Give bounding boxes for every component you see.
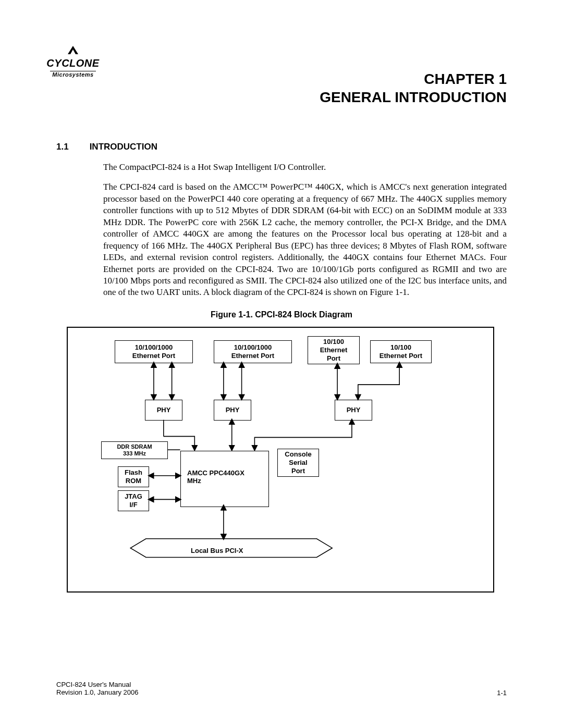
paragraph-2: The CPCI-824 card is based on the AMCC™ … bbox=[103, 181, 507, 298]
chapter-line2: GENERAL INTRODUCTION bbox=[56, 88, 507, 106]
logo-mark-icon bbox=[67, 45, 79, 55]
label-local-bus: Local Bus PCI-X bbox=[191, 547, 243, 555]
box-cpu: AMCC PPC440GX MHz bbox=[180, 451, 269, 507]
logo-name: CYCLONE bbox=[42, 57, 104, 69]
logo-subtitle: Microsystems bbox=[50, 71, 95, 78]
box-ethernet-100-a: 10/100 Ethernet Port bbox=[308, 336, 360, 364]
footer-manual: CPCI-824 User's Manual bbox=[56, 681, 139, 689]
body-text: The CompactPCI-824 is a Hot Swap Intelli… bbox=[103, 162, 507, 299]
page-footer: CPCI-824 User's Manual Revision 1.0, Jan… bbox=[56, 681, 507, 697]
figure-caption: Figure 1-1. CPCI-824 Block Diagram bbox=[56, 310, 507, 319]
box-phy-3: PHY bbox=[335, 400, 372, 421]
box-jtag: JTAG I/F bbox=[118, 490, 149, 511]
box-console-serial: Console Serial Port bbox=[277, 449, 319, 477]
box-ethernet-gigabit-1: 10/100/1000 Ethernet Port bbox=[115, 340, 193, 363]
chapter-title: CHAPTER 1 GENERAL INTRODUCTION bbox=[56, 70, 507, 106]
section-number: 1.1 bbox=[56, 142, 69, 152]
chapter-line1: CHAPTER 1 bbox=[56, 70, 507, 88]
paragraph-1: The CompactPCI-824 is a Hot Swap Intelli… bbox=[103, 162, 507, 173]
logo: CYCLONE Microsystems bbox=[42, 45, 104, 79]
box-flash-rom: Flash ROM bbox=[118, 466, 149, 487]
section-title: INTRODUCTION bbox=[90, 142, 157, 152]
box-phy-2: PHY bbox=[214, 400, 251, 421]
box-ethernet-100-b: 10/100 Ethernet Port bbox=[370, 340, 432, 363]
box-ethernet-gigabit-2: 10/100/1000 Ethernet Port bbox=[214, 340, 292, 363]
block-diagram: 10/100/1000 Ethernet Port 10/100/1000 Et… bbox=[67, 327, 494, 593]
footer-revision: Revision 1.0, January 2006 bbox=[56, 688, 139, 697]
section-heading: 1.1 INTRODUCTION bbox=[56, 142, 507, 152]
footer-page-number: 1-1 bbox=[497, 689, 507, 697]
box-ddr-sdram: DDR SDRAM 333 MHz bbox=[101, 441, 168, 459]
box-phy-1: PHY bbox=[145, 400, 182, 421]
svg-marker-0 bbox=[68, 46, 78, 54]
